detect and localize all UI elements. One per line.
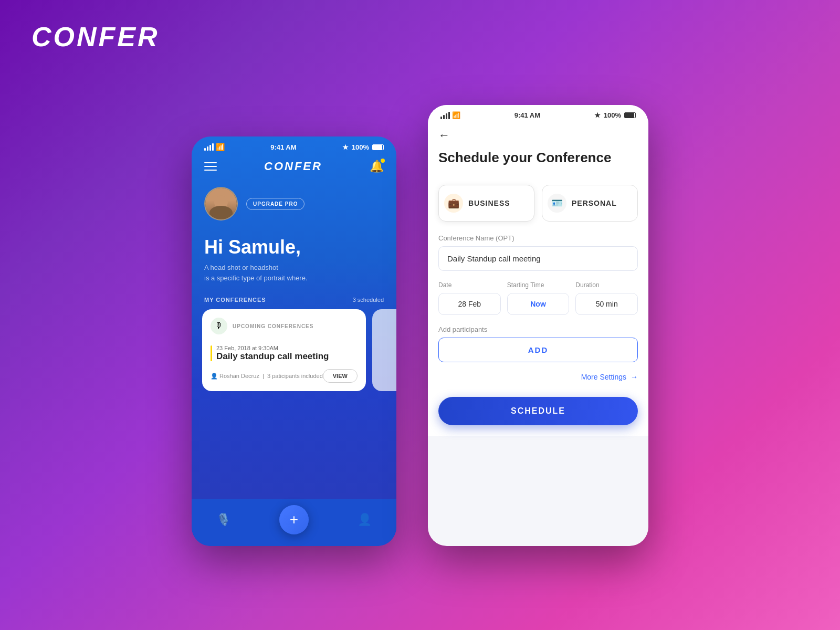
greeting-section: Hi Samule, A head shot or headshot is a … [192,231,396,291]
personal-label: PERSONAL [572,199,617,207]
card-participants: 👤 Roshan Decruz | 3 paticipants included [211,373,323,380]
business-icon: 💼 [444,194,463,213]
phone2-status-left: 📶 [440,111,460,119]
date-accent [211,345,212,361]
bar-1 [204,148,206,151]
date-col: Date 28 Feb [438,281,501,315]
more-settings-label: More Settings [581,373,626,381]
wifi-icon: 📶 [216,143,225,151]
date-picker[interactable]: 28 Feb [438,293,501,315]
arrow-right-icon: → [631,373,638,381]
phone1-time: 9:41 AM [270,143,296,151]
hamburger-menu[interactable] [204,162,217,171]
upgrade-pro-button[interactable]: UPGRADE PRO [246,198,304,210]
battery-body [372,144,384,150]
hamburger-line-1 [204,162,217,163]
bar-3 [209,145,211,151]
user-avatar [204,187,238,220]
card-date: 23 Feb, 2018 at 9:30AM [216,345,329,351]
time-label: Starting Time [507,281,570,289]
bottom-nav: 🎙️ + 👤 [192,499,396,546]
app-logo-phone1: CONFER [264,160,322,173]
business-type-button[interactable]: 💼 BUSINESS [438,185,534,222]
conference-cards: 🎙 UPCOMING CONFERENCES 23 Feb, 2018 at 9… [192,309,396,391]
participants-section: Add participants ADD [438,326,638,362]
phone-1: 📶 9:41 AM ★ 100% CONFER 🔔 [192,136,396,546]
conference-card-1: 🎙 UPCOMING CONFERENCES 23 Feb, 2018 at 9… [202,309,366,391]
card-date-info: 23 Feb, 2018 at 9:30AM Daily standup cal… [216,345,329,362]
personal-icon: 🪪 [548,194,566,213]
phone2-header: ← Schedule your Conference [428,123,648,174]
phones-container: 📶 9:41 AM ★ 100% CONFER 🔔 [0,0,840,630]
avatar-face [205,188,237,219]
add-participants-button[interactable]: ADD [438,338,638,362]
personal-type-button[interactable]: 🪪 PERSONAL [542,185,638,222]
bar-2 [207,146,208,151]
schedule-button[interactable]: SCHEDULE [438,397,638,425]
business-label: BUSINESS [468,199,510,207]
time-picker[interactable]: Now [507,293,570,315]
profile-nav-icon[interactable]: 👤 [358,513,372,527]
conference-name-label: Conference Name (OPT) [438,234,638,242]
date-label: Date [438,281,501,289]
greeting-name: Hi Samule, [204,236,384,258]
phone1-header: CONFER 🔔 [192,154,396,182]
mic-icon: 🎙 [215,321,223,331]
phone1-status-left: 📶 [204,143,225,151]
brand-logo: CONFER [32,21,160,52]
card-date-bar: 23 Feb, 2018 at 9:30AM Daily standup cal… [211,345,358,362]
phone2-wifi-icon: 📶 [452,111,460,119]
phone-2: 📶 9:41 AM ★ 100% ← Schedule your Confere… [428,105,648,546]
duration-picker[interactable]: 50 min [575,293,638,315]
phone2-status-right: ★ 100% [594,111,636,119]
phone1-status-bar: 📶 9:41 AM ★ 100% [192,136,396,154]
conferences-header: MY CONFERENCES 3 scheduled [192,291,396,309]
phone2-battery-label: 100% [604,111,621,119]
phone1-battery-label: 100% [352,143,369,151]
card-footer: 👤 Roshan Decruz | 3 paticipants included… [211,369,358,383]
card-header: 🎙 UPCOMING CONFERENCES [211,318,358,334]
notification-bell[interactable]: 🔔 [370,160,384,173]
notification-dot [381,159,385,163]
conference-card-partial [372,309,396,391]
conference-type-row: 💼 BUSINESS 🪪 PERSONAL [438,185,638,222]
time-col: Starting Time Now [507,281,570,315]
phone2-battery [624,112,636,118]
schedule-title: Schedule your Conference [438,150,638,166]
add-conference-button[interactable]: + [279,505,309,534]
view-button[interactable]: VIEW [323,369,358,383]
phone2-battery-fill [625,113,634,118]
hamburger-line-3 [204,170,217,171]
back-button[interactable]: ← [438,129,638,142]
bluetooth-icon: ★ [342,143,349,151]
phone2-bluetooth-icon: ★ [594,111,601,119]
signal-bars [204,143,214,151]
schedule-body: 💼 BUSINESS 🪪 PERSONAL Conference Name (O… [428,174,648,436]
phone2-signal [440,112,450,119]
mic-badge: 🎙 [211,318,227,334]
card-type-label: UPCOMING CONFERENCES [233,323,313,329]
battery-fill [373,145,382,150]
mic-nav-icon[interactable]: 🎙️ [216,513,230,527]
duration-label: Duration [575,281,638,289]
conference-name-input[interactable] [438,246,638,271]
phone2-time: 9:41 AM [514,111,540,119]
phone2-status-bar: 📶 9:41 AM ★ 100% [428,105,648,123]
conferences-count: 3 scheduled [353,297,384,303]
user-section: UPGRADE PRO [192,182,396,231]
card-title: Daily standup call meeting [216,351,329,362]
datetime-row: Date 28 Feb Starting Time Now Duration 5… [438,281,638,315]
hamburger-line-2 [204,166,217,167]
conference-name-group: Conference Name (OPT) [438,234,638,271]
bar-4 [212,143,214,151]
more-settings-link[interactable]: More Settings → [438,373,638,381]
participants-label: Add participants [438,326,638,333]
my-conferences-label: MY CONFERENCES [204,297,266,303]
phone1-status-right: ★ 100% [342,143,384,151]
duration-col: Duration 50 min [575,281,638,315]
greeting-subtitle: A head shot or headshot is a specific ty… [204,262,384,283]
